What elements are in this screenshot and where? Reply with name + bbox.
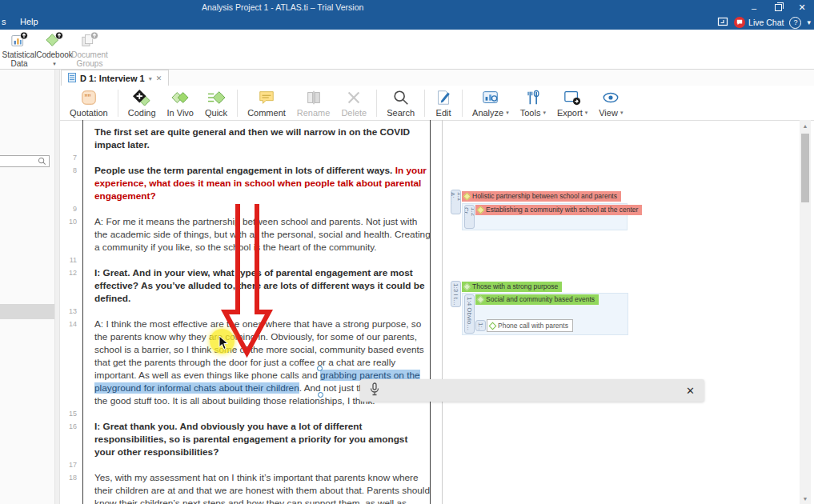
toolbar-button-quick[interactable]: Quick bbox=[199, 87, 233, 119]
text-right-border bbox=[430, 120, 431, 504]
paragraph-text[interactable]: I: Great thank you. And obviously you ha… bbox=[88, 420, 430, 458]
toolbar-group-separator bbox=[118, 90, 118, 117]
search-icon bbox=[38, 154, 46, 169]
toolbar-button-label: Coding bbox=[128, 108, 156, 118]
paragraph-text[interactable]: I: Great. And in your view, what types o… bbox=[88, 266, 430, 305]
code-name: Holistic partnership between school and … bbox=[472, 191, 617, 202]
paragraph-text[interactable] bbox=[88, 254, 430, 266]
code-diamond-icon bbox=[477, 296, 485, 304]
dropdown-caret-icon: ▾ bbox=[543, 110, 546, 116]
title-bar: Analysis Project 1 - ATLAS.ti – Trial Ve… bbox=[0, 0, 814, 15]
toolbar-button-label: Comment bbox=[247, 108, 286, 118]
toolbar-button-analyze[interactable]: Analyze▾ bbox=[467, 87, 515, 119]
quotation-icon: ”” bbox=[80, 89, 98, 106]
toolbar-button-in-vivo[interactable]: In Vivo bbox=[162, 87, 199, 119]
export-icon bbox=[563, 89, 581, 106]
code-label[interactable]: Phone call with parents bbox=[487, 319, 573, 332]
toolbar-button-search[interactable]: Search bbox=[381, 87, 420, 119]
paragraph-text[interactable]: A: For me it means the partnership betwe… bbox=[88, 215, 430, 254]
paragraph-10: 10A: For me it means the partnership bet… bbox=[60, 215, 430, 254]
line-number: 13 bbox=[60, 305, 88, 318]
code-label[interactable]: Those with a strong purpose bbox=[462, 282, 562, 292]
live-chat-button[interactable]: Live Chat bbox=[734, 17, 784, 28]
quotation-bar[interactable]: 1:2 Cr… bbox=[464, 205, 475, 229]
line-number: 14 bbox=[60, 318, 88, 407]
code-label[interactable]: Holistic partnership between school and … bbox=[462, 191, 621, 202]
toolbar-button-label: In Vivo bbox=[167, 108, 194, 118]
paragraph-text[interactable] bbox=[88, 305, 430, 318]
text-segment[interactable]: People use the term parental engagement … bbox=[94, 165, 395, 176]
microphone-icon[interactable] bbox=[370, 382, 379, 399]
scroll-up-icon[interactable]: ▲ bbox=[800, 120, 811, 131]
menu-item-partial[interactable]: s bbox=[2, 17, 6, 26]
code-name: Establishing a community with school at … bbox=[486, 205, 638, 215]
chevron-down-icon[interactable]: ▾ bbox=[807, 18, 811, 26]
sidebar-splitter[interactable] bbox=[54, 70, 60, 504]
text-segment[interactable]: I: Great thank you. And obviously you ha… bbox=[94, 421, 407, 458]
tab-close-icon[interactable]: ✕ bbox=[156, 74, 162, 82]
paragraph-text[interactable]: Yes, with my assessment hat on I think i… bbox=[88, 471, 430, 504]
paragraph: The first set are quite general and then… bbox=[60, 126, 430, 151]
text-segment[interactable]: The first set are quite general and then… bbox=[94, 126, 410, 150]
restore-button[interactable] bbox=[766, 0, 790, 15]
dictation-close-icon[interactable]: ✕ bbox=[686, 385, 695, 397]
paragraph-text[interactable] bbox=[88, 151, 430, 164]
paragraph-text[interactable]: People use the term parental engagement … bbox=[88, 164, 430, 202]
menu-bar: s Help Live Chat ? ▾ bbox=[0, 15, 814, 30]
minimize-button[interactable]: – bbox=[742, 0, 766, 15]
code-name: Social and community based events bbox=[486, 294, 595, 305]
text-segment[interactable]: I: Great. And in your view, what types o… bbox=[94, 267, 425, 304]
paragraph-17: 17 bbox=[60, 458, 430, 471]
paragraph-8: 8People use the term parental engagement… bbox=[60, 164, 430, 202]
sidebar-search-input[interactable] bbox=[0, 155, 50, 167]
analyze-icon bbox=[482, 89, 499, 106]
codebook-button[interactable]: Codebook▾ bbox=[37, 30, 72, 70]
toolbar-button-comment[interactable]: Comment bbox=[242, 87, 291, 119]
toolbar-button-quotation[interactable]: ””Quotation bbox=[64, 87, 114, 119]
code-name: Those with a strong purpose bbox=[472, 282, 558, 292]
toolbar-button-view[interactable]: View▾ bbox=[593, 87, 628, 119]
quotation-bar[interactable]: 1:1 A:… bbox=[451, 190, 461, 214]
quotation-bar[interactable]: 1:… bbox=[475, 320, 486, 331]
paragraph-text[interactable] bbox=[88, 458, 430, 471]
toolbar-button-delete: Delete bbox=[335, 87, 372, 119]
invivo-icon bbox=[171, 89, 189, 106]
document-content[interactable]: The first set are quite general and then… bbox=[60, 120, 430, 504]
text-segment[interactable]: Yes, with my assessment hat on I think i… bbox=[94, 472, 430, 504]
code-label[interactable]: Social and community based events bbox=[475, 294, 599, 305]
coding-icon bbox=[133, 89, 150, 106]
toolbar-button-edit[interactable]: Edit bbox=[429, 87, 458, 119]
code-diamond-icon bbox=[477, 206, 485, 214]
selection-handle-start[interactable] bbox=[317, 366, 323, 371]
paragraph-text[interactable] bbox=[88, 202, 430, 215]
toolbar-button-label: Delete bbox=[341, 108, 367, 118]
scroll-down-icon[interactable]: ▼ bbox=[800, 493, 811, 504]
vertical-scrollbar[interactable]: ▲ ▼ bbox=[800, 120, 811, 504]
toolbar-button-label: Export bbox=[557, 108, 583, 118]
scrollbar-thumb[interactable] bbox=[801, 134, 809, 202]
code-label[interactable]: Establishing a community with school at … bbox=[475, 205, 642, 215]
tab-document-interview1[interactable]: D 1: Interview 1 ▾ ✕ bbox=[61, 70, 169, 86]
toolbar-button-export[interactable]: Export▾ bbox=[551, 87, 593, 119]
toolbar-button-tools[interactable]: Tools▾ bbox=[515, 87, 551, 119]
statistical-data-button[interactable]: Statistical Data bbox=[2, 30, 37, 70]
toolbar-group-separator bbox=[237, 90, 238, 117]
text-segment[interactable]: A: For me it means the partnership betwe… bbox=[94, 216, 430, 253]
selection-handle-end[interactable] bbox=[318, 392, 323, 398]
paragraph-text[interactable] bbox=[88, 407, 430, 420]
sidebar-selected-row[interactable] bbox=[0, 304, 54, 319]
paragraph-18: 18Yes, with my assessment hat on I think… bbox=[60, 471, 430, 504]
document-toolbar: ””QuotationCodingIn VivoQuickCommentRena… bbox=[61, 86, 814, 120]
paragraph-text[interactable]: The first set are quite general and then… bbox=[88, 126, 430, 151]
dock-window-icon[interactable] bbox=[717, 15, 728, 30]
tab-dropdown-icon[interactable]: ▾ bbox=[149, 75, 152, 82]
quotation-bar[interactable]: 1:3 I t… bbox=[451, 281, 461, 307]
toolbar-button-coding[interactable]: Coding bbox=[122, 87, 162, 119]
line-number: 18 bbox=[60, 471, 88, 504]
toolbar-button-label: Analyze bbox=[472, 108, 503, 118]
help-icon[interactable]: ? bbox=[789, 17, 801, 29]
dropdown-caret-icon: ▾ bbox=[620, 110, 624, 116]
quotation-bar[interactable]: 1:4 Obvio… bbox=[464, 294, 475, 334]
menu-item-help[interactable]: Help bbox=[20, 17, 38, 26]
close-button[interactable]: ✕ bbox=[790, 0, 814, 15]
